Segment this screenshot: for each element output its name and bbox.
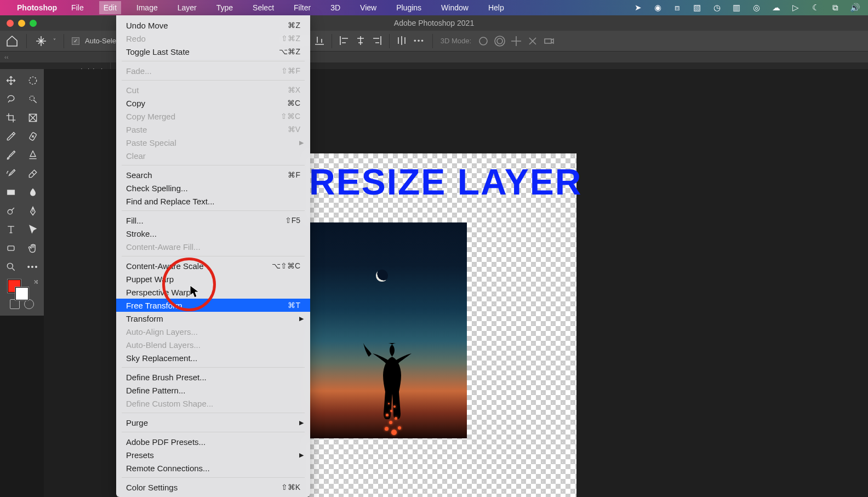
menu-item-clear: Clear: [116, 149, 310, 162]
menu-image[interactable]: Image: [132, 1, 162, 14]
edit-toolbar-icon[interactable]: •••: [22, 258, 44, 276]
menu-item-redo: Redo⇧⌘Z: [116, 32, 310, 45]
cloud-status-icon[interactable]: ☁︎: [771, 3, 781, 13]
minimize-window-button[interactable]: [18, 20, 25, 27]
menu-item-presets[interactable]: Presets▶: [116, 448, 310, 461]
menu-file[interactable]: File: [67, 1, 88, 14]
volume-status-icon[interactable]: 🔊: [850, 3, 860, 13]
menu-item-color-settings[interactable]: Color Settings⇧⌘K: [116, 481, 310, 494]
align-left-icon[interactable]: [338, 34, 351, 47]
edit-menu-dropdown: Undo Move⌘ZRedo⇧⌘ZToggle Last State⌥⌘ZFa…: [116, 15, 310, 497]
background-color-swatch[interactable]: [15, 287, 28, 300]
dropbox-status-icon[interactable]: ⧈: [672, 3, 682, 13]
app-status-icon[interactable]: ▧: [692, 3, 702, 13]
3d-slide-icon[interactable]: [526, 35, 539, 48]
menu-item-shortcut: ⌘X: [288, 85, 300, 94]
menu-view[interactable]: View: [356, 1, 381, 14]
cursor-status-icon[interactable]: ➤: [633, 3, 643, 13]
control-center-icon[interactable]: ⧉: [830, 3, 840, 13]
document-canvas[interactable]: RESIZE LAYER: [309, 153, 576, 497]
marquee-tool[interactable]: [22, 71, 44, 90]
menu-item-remote-connections[interactable]: Remote Connections...: [116, 461, 310, 475]
app-name[interactable]: Photoshop: [17, 3, 57, 12]
play-status-icon[interactable]: ▷: [791, 3, 801, 13]
menu-item-shortcut: ⇧F5: [285, 216, 300, 225]
menu-3d[interactable]: 3D: [326, 1, 345, 14]
brush-tool[interactable]: [0, 146, 22, 164]
menu-layer[interactable]: Layer: [173, 1, 201, 14]
menu-window[interactable]: Window: [437, 1, 473, 14]
align-right-icon[interactable]: [370, 34, 384, 47]
clone-stamp-tool[interactable]: [22, 146, 44, 164]
3d-pan-icon[interactable]: [510, 35, 523, 48]
menu-type[interactable]: Type: [212, 1, 237, 14]
moon-status-icon[interactable]: ☾: [810, 3, 820, 13]
home-icon[interactable]: [5, 35, 19, 48]
distribute-icon[interactable]: [395, 34, 408, 47]
sync-status-icon[interactable]: ▥: [732, 3, 741, 13]
quick-select-tool[interactable]: [22, 90, 44, 108]
auto-select-checkbox[interactable]: ✓: [72, 37, 79, 45]
menu-item-check-spelling[interactable]: Check Spelling...: [116, 181, 310, 195]
window-title: Adobe Photoshop 2021: [394, 19, 474, 27]
menu-item-stroke[interactable]: Stroke...: [116, 227, 310, 240]
3d-camera-icon[interactable]: [542, 35, 556, 48]
rectangle-tool[interactable]: [0, 239, 22, 258]
gradient-tool[interactable]: [0, 183, 22, 202]
hand-tool[interactable]: [22, 239, 44, 258]
path-select-tool[interactable]: [22, 220, 44, 239]
canvas-text-layer[interactable]: RESIZE LAYER: [309, 161, 576, 203]
options-more-icon[interactable]: •••: [414, 37, 425, 45]
crop-tool[interactable]: [0, 108, 22, 127]
blur-tool[interactable]: [22, 183, 44, 202]
menu-item-puppet-warp[interactable]: Puppet Warp: [116, 272, 310, 285]
menu-filter[interactable]: Filter: [289, 1, 315, 14]
eyedropper-tool[interactable]: [0, 127, 22, 146]
menu-plugins[interactable]: Plugins: [392, 1, 426, 14]
eye-status-icon[interactable]: ◎: [751, 3, 761, 13]
menu-item-define-pattern[interactable]: Define Pattern...: [116, 384, 310, 397]
menu-item-label: Stroke...: [126, 229, 300, 238]
menu-help[interactable]: Help: [484, 1, 509, 14]
menu-edit[interactable]: Edit: [99, 1, 121, 14]
history-brush-tool[interactable]: [0, 164, 22, 183]
eraser-tool[interactable]: [22, 164, 44, 183]
menu-item-adobe-pdf-presets[interactable]: Adobe PDF Presets...: [116, 435, 310, 448]
move-tool[interactable]: [0, 71, 22, 90]
close-window-button[interactable]: [7, 20, 14, 27]
swap-colors-icon[interactable]: ⤭: [33, 278, 38, 285]
photo-layer[interactable]: [309, 222, 467, 438]
pen-tool[interactable]: [22, 202, 44, 220]
menu-item-search[interactable]: Search⌘F: [116, 168, 310, 181]
tool-preset-icon[interactable]: [35, 35, 48, 48]
menu-select[interactable]: Select: [248, 1, 278, 14]
menu-item-undo-move[interactable]: Undo Move⌘Z: [116, 19, 310, 32]
menu-item-shortcut: ⇧⌘K: [281, 483, 300, 492]
menu-item-fill[interactable]: Fill...⇧F5: [116, 214, 310, 227]
menu-item-toggle-last-state[interactable]: Toggle Last State⌥⌘Z: [116, 45, 310, 58]
zoom-window-button[interactable]: [30, 20, 37, 27]
menu-item-transform[interactable]: Transform▶: [116, 312, 310, 325]
3d-orbit-icon[interactable]: [477, 35, 490, 48]
menu-item-perspective-warp[interactable]: Perspective Warp: [116, 285, 310, 299]
zoom-tool[interactable]: [0, 258, 22, 276]
obs-status-icon[interactable]: ◉: [653, 3, 663, 13]
frame-tool[interactable]: [22, 108, 44, 127]
menu-item-content-aware-scale[interactable]: Content-Aware Scale⌥⇧⌘C: [116, 259, 310, 272]
menu-item-define-custom-shape: Define Custom Shape...: [116, 397, 310, 410]
menu-item-define-brush-preset[interactable]: Define Brush Preset...: [116, 370, 310, 384]
align-bottom-icon[interactable]: [313, 34, 326, 47]
menu-item-copy[interactable]: Copy⌘C: [116, 96, 310, 110]
align-hcenter-icon[interactable]: [354, 34, 367, 47]
menu-item-purge[interactable]: Purge▶: [116, 416, 310, 429]
3d-roll-icon[interactable]: [493, 35, 506, 48]
menu-item-sky-replacement[interactable]: Sky Replacement...: [116, 351, 310, 364]
type-tool[interactable]: [0, 220, 22, 239]
menu-item-label: Fade...: [126, 66, 281, 76]
dodge-tool[interactable]: [0, 202, 22, 220]
lasso-tool[interactable]: [0, 90, 22, 108]
healing-tool[interactable]: [22, 127, 44, 146]
menu-item-free-transform[interactable]: Free Transform⌘T: [116, 299, 310, 312]
clock-status-icon[interactable]: ◷: [712, 3, 722, 13]
menu-item-find-and-replace-text[interactable]: Find and Replace Text...: [116, 195, 310, 208]
